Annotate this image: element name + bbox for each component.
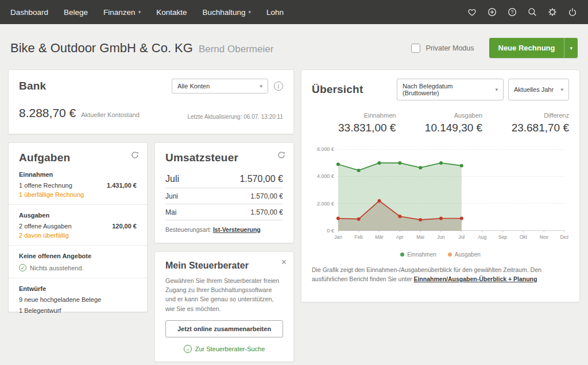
new-invoice-button[interactable]: Neue Rechnung	[489, 38, 564, 58]
vat-tax-type-label: Besteuerungsart:	[165, 226, 213, 233]
gear-icon[interactable]	[547, 7, 558, 17]
stat-income: Einnahmen 33.831,00 €	[338, 112, 396, 134]
new-invoice-dropdown-button[interactable]	[564, 38, 578, 58]
tasks-income-row[interactable]: 1 offene Rechnung	[19, 182, 72, 189]
user-name: Bernd Obermeier	[199, 44, 273, 55]
nav-item-lohn[interactable]: Lohn	[266, 8, 284, 17]
heart-icon[interactable]	[467, 7, 477, 17]
chart-svg: 0 €2.000 €4.000 €6.000 €JanFebMärAprMaiJ…	[312, 143, 569, 248]
divider	[9, 245, 147, 246]
bank-card: Bank Alle Konten i 8.288,70 € Aktueller …	[8, 69, 294, 134]
advisor-card: Mein Steuerberater × Gewähren Sie Ihrem …	[154, 251, 294, 362]
nav-item-dashboard[interactable]: Dashboard	[10, 8, 48, 17]
new-invoice-split-button: Neue Rechnung	[489, 38, 578, 58]
stat-income-value: 33.831,00 €	[338, 122, 396, 134]
advisor-search-link-row[interactable]: Zur Steuerberater-Suche	[165, 345, 283, 353]
overview-note-link[interactable]: Einnahmen/Ausgaben-Überblick + Planung	[413, 275, 537, 282]
vat-amount: 1.570,00 €	[239, 174, 283, 184]
nav-icon-group: ?	[467, 7, 578, 17]
tasks-draft-row[interactable]: 1 Belegentwurf	[19, 307, 137, 314]
vat-month: Juni	[165, 192, 178, 200]
stat-expense: Ausgaben 10.149,30 €	[425, 112, 482, 134]
advisor-title: Mein Steuerberater	[165, 261, 283, 271]
vat-month: Juli	[165, 174, 179, 184]
bank-title: Bank	[19, 80, 46, 92]
vat-row: Mai 1.570,00 €	[165, 204, 283, 220]
advisor-search-link[interactable]: Zur Steuerberater-Suche	[195, 345, 265, 352]
search-icon[interactable]	[527, 7, 537, 17]
advisor-collaborate-button[interactable]: Jetzt online zusammenarbeiten	[165, 320, 283, 337]
divider	[9, 204, 147, 205]
svg-text:Sep: Sep	[498, 234, 507, 240]
divider	[9, 278, 147, 278]
svg-text:Okt: Okt	[520, 234, 528, 240]
bank-balance-label: Aktueller Kontostand	[81, 111, 140, 118]
nav-item-buchhaltung[interactable]: Buchhaltung	[202, 8, 251, 17]
stat-difference-value: 23.681,70 €	[512, 122, 569, 134]
svg-text:Jul: Jul	[458, 234, 465, 240]
account-filter-select[interactable]: Alle Konten	[172, 79, 268, 94]
refresh-icon[interactable]	[277, 151, 285, 161]
vat-amount: 1.570,00 €	[250, 192, 283, 200]
nav-item-belege[interactable]: Belege	[64, 8, 88, 17]
tasks-expense-amount: 120,00 €	[112, 223, 137, 230]
legend-dot-icon	[448, 253, 452, 257]
dashboard-main: Bank Alle Konten i 8.288,70 € Aktueller …	[0, 69, 588, 362]
power-icon[interactable]	[567, 7, 578, 17]
svg-text:Dez: Dez	[560, 234, 569, 240]
svg-text:Nov: Nov	[540, 234, 549, 240]
tasks-card: Aufgaben Einnahmen 1 offene Rechnung 1.4…	[8, 142, 148, 312]
vat-month: Mai	[165, 208, 176, 216]
stat-expense-value: 10.149,30 €	[425, 122, 482, 134]
tasks-draft-row[interactable]: 9 neue hochgeladene Belege	[19, 296, 137, 303]
tasks-expense-overdue[interactable]: 2 davon überfällig	[19, 232, 137, 239]
top-navigation: Dashboard Belege Finanzen Kontakte Buchh…	[0, 0, 588, 24]
svg-text:Aug: Aug	[478, 234, 486, 240]
overview-mode-value: Nach Belegdatum (Bruttowerte)	[403, 83, 490, 96]
svg-text:Feb: Feb	[354, 234, 363, 240]
help-icon[interactable]: ?	[507, 7, 517, 17]
vat-tax-type-link[interactable]: Ist-Versteuerung	[213, 226, 261, 233]
tasks-expense-header: Ausgaben	[19, 212, 137, 219]
vat-card: Umsatzsteuer Juli 1.570,00 € Juni	[154, 142, 294, 243]
advisor-body-text: Gewähren Sie Ihrem Steuerberater freien …	[165, 276, 283, 313]
plus-circle-icon[interactable]	[487, 7, 497, 17]
tasks-drafts-header: Entwürfe	[19, 285, 137, 292]
stat-difference-label: Differenz	[512, 112, 569, 119]
nav-item-kontakte[interactable]: Kontakte	[156, 8, 187, 17]
arrow-circle-icon	[184, 345, 192, 353]
overview-mode-select[interactable]: Nach Belegdatum (Bruttowerte)	[397, 79, 504, 100]
legend-dot-icon	[400, 253, 404, 257]
tasks-income-overdue[interactable]: 1 überfällige Rechnung	[19, 191, 137, 198]
tasks-offers-header: Keine offenen Angebote	[19, 253, 137, 259]
tasks-offers-status: Nichts ausstehend.	[30, 265, 84, 271]
refresh-icon[interactable]	[131, 151, 139, 161]
svg-text:Apr: Apr	[396, 234, 404, 240]
overview-year-select[interactable]: Aktuelles Jahr	[508, 79, 569, 100]
tasks-income-amount: 1.431,00 €	[107, 182, 137, 189]
income-expense-chart: 0 €2.000 €4.000 €6.000 €JanFebMärAprMaiJ…	[312, 143, 569, 250]
info-icon[interactable]: i	[274, 81, 283, 91]
overview-stats: Einnahmen 33.831,00 € Ausgaben 10.149,30…	[312, 112, 569, 134]
private-mode-label: Privater Modus	[425, 44, 474, 52]
svg-text:2.000 €: 2.000 €	[317, 201, 334, 207]
stat-expense-label: Ausgaben	[425, 112, 482, 119]
nav-item-finanzen[interactable]: Finanzen	[103, 8, 141, 17]
overview-year-value: Aktuelles Jahr	[514, 86, 554, 93]
bank-last-update: Letzte Aktualisierung: 06.07. 13:20:11	[187, 114, 283, 120]
check-circle-icon	[19, 264, 26, 271]
chart-legend: EinnahmenAusgaben	[312, 251, 569, 258]
tasks-title: Aufgaben	[19, 152, 137, 164]
close-icon[interactable]: ×	[281, 258, 287, 267]
svg-text:0 €: 0 €	[327, 228, 334, 234]
svg-text:Mai: Mai	[416, 234, 424, 240]
tasks-expense-row[interactable]: 2 offene Ausgaben	[19, 223, 72, 230]
svg-text:Jun: Jun	[437, 234, 445, 240]
vat-title: Umsatzsteuer	[165, 152, 283, 164]
private-mode-checkbox[interactable]	[411, 44, 420, 53]
page-title: Bike & Outdoor GmbH & Co. KG	[10, 41, 193, 56]
svg-text:?: ?	[511, 9, 514, 15]
vat-row: Juli 1.570,00 €	[165, 170, 283, 188]
tasks-income-header: Einnahmen	[19, 171, 137, 178]
stat-difference: Differenz 23.681,70 €	[512, 112, 569, 134]
